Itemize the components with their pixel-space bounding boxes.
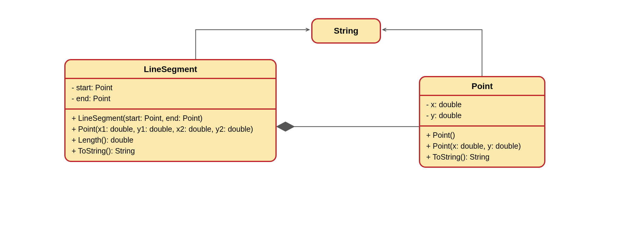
class-point-title: Point xyxy=(420,77,544,95)
method-row: + Point() xyxy=(426,130,538,141)
class-linesegment-title: LineSegment xyxy=(66,60,275,78)
svg-marker-1 xyxy=(276,122,295,131)
method-row: + ToString(): String xyxy=(426,151,538,162)
attr-row: - end: Point xyxy=(72,93,269,104)
attr-row: - x: double xyxy=(426,99,538,110)
diagram-canvas: String LineSegment - start: Point - end:… xyxy=(0,0,644,225)
method-row: + ToString(): String xyxy=(72,145,269,156)
class-linesegment: LineSegment - start: Point - end: Point … xyxy=(64,59,277,162)
class-linesegment-attributes: - start: Point - end: Point xyxy=(66,79,275,108)
attr-row: - y: double xyxy=(426,110,538,121)
class-point-methods: + Point() + Point(x: double, y: double) … xyxy=(420,127,544,167)
method-row: + Point(x: double, y: double) xyxy=(426,141,538,151)
attr-row: - start: Point xyxy=(72,82,269,93)
class-linesegment-methods: + LineSegment(start: Point, end: Point) … xyxy=(66,110,275,161)
class-point: Point - x: double - y: double + Point() … xyxy=(419,76,545,168)
class-string: String xyxy=(311,18,381,44)
method-row: + LineSegment(start: Point, end: Point) xyxy=(72,113,269,124)
class-string-title: String xyxy=(334,26,359,36)
class-point-attributes: - x: double - y: double xyxy=(420,96,544,125)
method-row: + Point(x1: double, y1: double, x2: doub… xyxy=(72,124,269,134)
method-row: + Length(): double xyxy=(72,134,269,145)
